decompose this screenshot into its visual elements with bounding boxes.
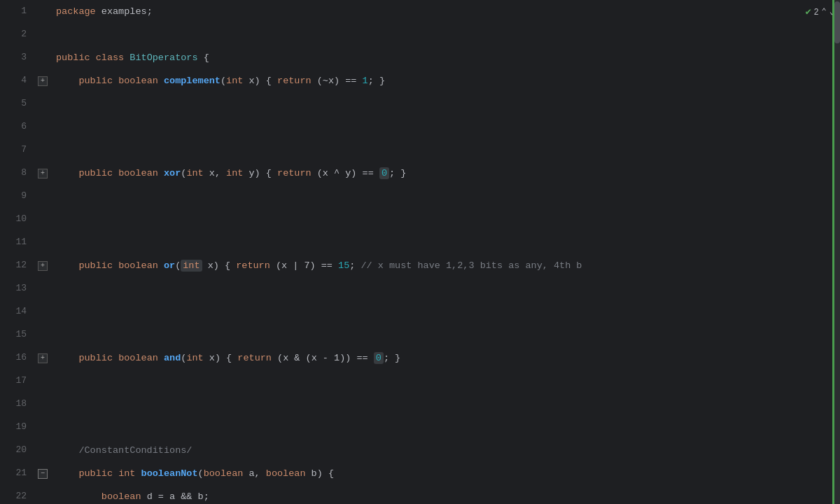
line-content: /ConstantConditions/ bbox=[50, 439, 840, 462]
line-number: 7 bbox=[0, 139, 35, 162]
scrollbar[interactable] bbox=[834, 0, 840, 504]
line-content: public class BitOperators { bbox=[50, 46, 840, 69]
fold-gutter bbox=[35, 46, 50, 69]
table-row: 15 bbox=[0, 323, 840, 346]
line-content bbox=[50, 231, 840, 254]
fold-gutter bbox=[35, 92, 50, 115]
table-row: 14 bbox=[0, 300, 840, 323]
table-row: 20 /ConstantConditions/ bbox=[0, 439, 840, 462]
fold-gutter bbox=[35, 485, 50, 504]
line-number: 19 bbox=[0, 416, 35, 439]
line-content bbox=[50, 323, 840, 346]
line-content: package examples; bbox=[50, 0, 840, 23]
line-number: 9 bbox=[0, 185, 35, 208]
line-number: 3 bbox=[0, 46, 35, 69]
line-number: 12 bbox=[0, 254, 35, 277]
table-row: 17 bbox=[0, 370, 840, 393]
line-number: 1 bbox=[0, 0, 35, 23]
table-row: 7 bbox=[0, 139, 840, 162]
fold-gutter[interactable]: + bbox=[35, 254, 50, 277]
fold-gutter bbox=[35, 277, 50, 300]
line-content bbox=[50, 115, 840, 139]
table-row: 5 bbox=[0, 92, 840, 115]
fold-gutter bbox=[35, 370, 50, 393]
scrollbar-thumb[interactable] bbox=[834, 1, 840, 43]
line-content bbox=[50, 92, 840, 115]
line-content bbox=[50, 208, 840, 231]
line-content: public boolean or(int x) { return (x | 7… bbox=[50, 254, 820, 277]
line-number: 17 bbox=[0, 370, 35, 393]
table-row: 21 − public int booleanNot(boolean a, bo… bbox=[0, 462, 840, 485]
fold-gutter bbox=[35, 139, 50, 162]
fold-gutter bbox=[35, 393, 50, 416]
table-row: 6 bbox=[0, 115, 840, 139]
line-number: 6 bbox=[0, 115, 35, 139]
line-content: boolean d = a && b; bbox=[50, 485, 840, 504]
fold-button[interactable]: + bbox=[38, 261, 48, 271]
line-number: 5 bbox=[0, 92, 35, 115]
fold-gutter bbox=[35, 23, 50, 46]
fold-button[interactable]: − bbox=[38, 469, 48, 479]
line-content: public boolean and(int x) { return (x & … bbox=[50, 346, 840, 370]
line-number: 4 bbox=[0, 69, 35, 92]
line-content bbox=[50, 277, 840, 300]
line-number: 14 bbox=[0, 300, 35, 323]
fold-gutter[interactable]: + bbox=[35, 346, 50, 370]
fold-gutter bbox=[35, 439, 50, 462]
fold-gutter bbox=[35, 323, 50, 346]
fold-gutter[interactable]: + bbox=[35, 162, 50, 185]
fold-button[interactable]: + bbox=[38, 169, 48, 178]
table-row: 3 public class BitOperators { bbox=[0, 46, 840, 69]
line-content: public boolean complement(int x) { retur… bbox=[50, 69, 840, 92]
line-number: 15 bbox=[0, 323, 35, 346]
line-number: 18 bbox=[0, 393, 35, 416]
table-row: 13 bbox=[0, 277, 840, 300]
line-content bbox=[50, 416, 840, 439]
fold-gutter[interactable]: − bbox=[35, 462, 50, 485]
table-row: 18 bbox=[0, 393, 840, 416]
line-number: 20 bbox=[0, 439, 35, 462]
line-number: 21 bbox=[0, 462, 35, 485]
fold-gutter bbox=[35, 115, 50, 139]
table-row: 4 + public boolean complement(int x) { r… bbox=[0, 69, 840, 92]
fold-gutter bbox=[35, 208, 50, 231]
table-row: 16 + public boolean and(int x) { return … bbox=[0, 346, 840, 370]
line-number: 13 bbox=[0, 277, 35, 300]
fold-gutter bbox=[35, 416, 50, 439]
fold-button[interactable]: + bbox=[38, 76, 48, 86]
line-content: public boolean xor(int x, int y) { retur… bbox=[50, 162, 840, 185]
fold-gutter[interactable]: + bbox=[35, 69, 50, 92]
table-row: 2 bbox=[0, 23, 840, 46]
line-content bbox=[50, 185, 840, 208]
line-number: 8 bbox=[0, 162, 35, 185]
fold-gutter bbox=[35, 185, 50, 208]
table-row: 22 boolean d = a && b; bbox=[0, 485, 840, 504]
line-number: 16 bbox=[0, 346, 35, 370]
table-row: 8 + public boolean xor(int x, int y) { r… bbox=[0, 162, 840, 185]
line-number: 22 bbox=[0, 485, 35, 504]
fold-gutter bbox=[35, 231, 50, 254]
fold-gutter bbox=[35, 300, 50, 323]
code-content: 1 package examples; 2 3 public class Bit… bbox=[0, 0, 840, 504]
line-number: 10 bbox=[0, 208, 35, 231]
fold-button[interactable]: + bbox=[38, 354, 48, 363]
table-row: 10 bbox=[0, 208, 840, 231]
line-content bbox=[50, 300, 840, 323]
table-row: 9 bbox=[0, 185, 840, 208]
line-content bbox=[50, 139, 840, 162]
line-content bbox=[50, 23, 840, 46]
code-editor: ✔ 2 ⌃ ⌄ 1 package examples; 2 3 public c… bbox=[0, 0, 840, 504]
table-row: 11 bbox=[0, 231, 840, 254]
line-content: public int booleanNot(boolean a, boolean… bbox=[50, 462, 840, 485]
line-content bbox=[50, 393, 840, 416]
table-row: 12 + public boolean or(int x) { return (… bbox=[0, 254, 840, 277]
line-number: 2 bbox=[0, 23, 35, 46]
table-row: 1 package examples; bbox=[0, 0, 840, 23]
line-content bbox=[50, 370, 840, 393]
line-number: 11 bbox=[0, 231, 35, 254]
fold-gutter bbox=[35, 0, 50, 23]
table-row: 19 bbox=[0, 416, 840, 439]
